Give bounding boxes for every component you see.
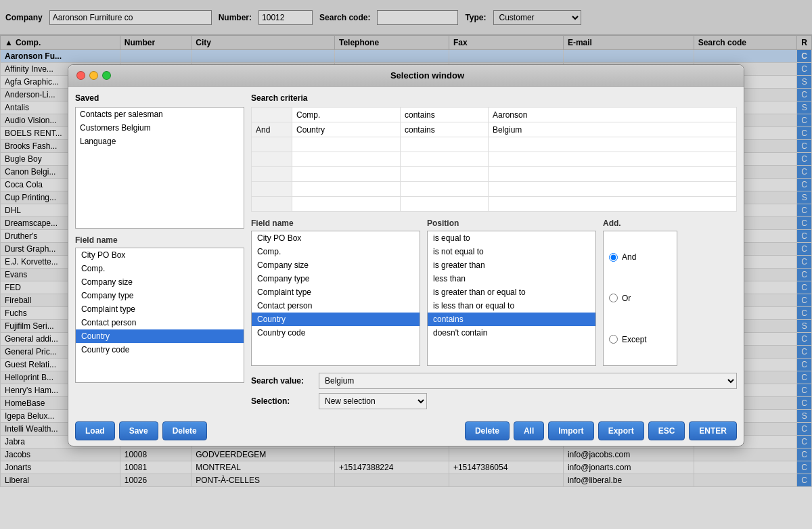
add-label: Add. <box>603 218 677 228</box>
search-value-input: Belgium <box>319 373 737 389</box>
modal-overlay: Selection window Saved Contacts per sale… <box>0 0 812 529</box>
criteria-label: Search criteria <box>251 93 737 103</box>
position-item[interactable]: is less than or equal to <box>428 299 595 313</box>
selection-dropdown: New selection <box>319 393 427 409</box>
criteria-table: Comp.containsAaronsonAndCountrycontainsB… <box>251 107 737 212</box>
field-item[interactable]: Country <box>252 313 420 326</box>
position-item[interactable]: is greater than <box>428 258 595 272</box>
field-item[interactable]: Company type <box>252 272 420 285</box>
delete-button[interactable]: Delete <box>465 421 510 440</box>
field-item[interactable]: Contact person <box>252 299 420 313</box>
saved-item[interactable]: Language <box>76 135 244 148</box>
import-button[interactable]: Import <box>548 421 593 440</box>
add-radio-item[interactable]: Except <box>609 335 671 344</box>
criteria-row[interactable]: AndCountrycontainsBelgium <box>252 122 737 137</box>
window-buttons <box>76 71 111 80</box>
all-button[interactable]: All <box>514 421 544 440</box>
position-item[interactable]: is not equal to <box>428 245 595 258</box>
position-item[interactable]: doesn't contain <box>428 326 595 340</box>
load-button[interactable]: Load <box>75 421 115 440</box>
criteria-row[interactable] <box>252 152 737 167</box>
field-item[interactable]: Contact person <box>76 316 244 329</box>
add-radio-and[interactable] <box>609 253 618 262</box>
modal-bottom: LoadSaveDelete DeleteAllImportExportESCE… <box>68 416 744 446</box>
modal-titlebar: Selection window <box>68 65 744 87</box>
selection-window: Selection window Saved Contacts per sale… <box>68 64 744 446</box>
add-radio-item[interactable]: And <box>609 252 671 262</box>
add-radio-item[interactable]: Or <box>609 294 671 303</box>
field-item[interactable]: Company size <box>76 275 244 289</box>
add-panel: Add. AndOrExcept <box>603 218 677 366</box>
saved-label: Saved <box>75 93 244 103</box>
field-item[interactable]: Country <box>76 329 244 343</box>
position-list[interactable]: is equal tois not equal tois greater tha… <box>427 231 596 366</box>
saved-item[interactable]: Contacts per salesman <box>76 108 244 121</box>
saved-list[interactable]: Contacts per salesmanCustomers BelgiumLa… <box>75 107 244 229</box>
field-item[interactable]: Country code <box>252 326 420 340</box>
field-name-label-2: Field name <box>251 218 420 228</box>
saved-item[interactable]: Customers Belgium <box>76 121 244 135</box>
field-item[interactable]: Comp. <box>252 245 420 258</box>
field-item[interactable]: Comp. <box>76 262 244 275</box>
minimize-button[interactable] <box>89 71 98 80</box>
delete-button[interactable]: Delete <box>162 421 207 440</box>
position-item[interactable]: less than <box>428 272 595 285</box>
criteria-row[interactable] <box>252 137 737 152</box>
field-list-2[interactable]: City PO BoxComp.Company sizeCompany type… <box>251 231 420 366</box>
left-buttons: LoadSaveDelete <box>75 421 207 440</box>
field-item[interactable]: Complaint type <box>76 302 244 316</box>
saved-panel: Saved Contacts per salesmanCustomers Bel… <box>75 93 244 409</box>
field-panel-2: Field name City PO BoxComp.Company sizeC… <box>251 218 420 366</box>
position-item[interactable]: is greater than or equal to <box>428 285 595 299</box>
field-list[interactable]: City PO BoxComp.Company sizeCompany type… <box>75 248 244 383</box>
add-radio-label: And <box>622 252 636 262</box>
search-value-row: Search value: Belgium <box>251 373 737 389</box>
field-panel: Field name City PO BoxComp.Company sizeC… <box>75 235 244 383</box>
field-item[interactable]: Company type <box>76 289 244 302</box>
field-item[interactable]: Complaint type <box>252 285 420 299</box>
add-radio-or[interactable] <box>609 294 618 302</box>
search-value-label: Search value: <box>251 376 312 386</box>
selection-select[interactable]: New selection <box>319 393 427 409</box>
add-radio-group: AndOrExcept <box>603 231 677 366</box>
add-radio-label: Or <box>622 294 631 303</box>
position-label: Position <box>427 218 596 228</box>
field-item[interactable]: City PO Box <box>76 248 244 262</box>
criteria-row[interactable] <box>252 197 737 212</box>
criteria-row[interactable] <box>252 167 737 182</box>
field-item[interactable]: City PO Box <box>252 231 420 245</box>
criteria-panel: Search criteria Comp.containsAaronsonAnd… <box>251 93 737 409</box>
add-radio-except[interactable] <box>609 335 618 344</box>
add-radio-label: Except <box>622 335 647 344</box>
field-name-label: Field name <box>75 235 244 245</box>
export-button[interactable]: Export <box>598 421 644 440</box>
esc-button[interactable]: ESC <box>648 421 685 440</box>
position-item[interactable]: is equal to <box>428 231 595 245</box>
criteria-row[interactable] <box>252 182 737 197</box>
field-item[interactable]: Country code <box>76 343 244 356</box>
right-buttons: DeleteAllImportExportESCENTER <box>465 421 737 440</box>
field-position-row: Field name City PO BoxComp.Company sizeC… <box>75 235 244 383</box>
close-button[interactable] <box>76 71 85 80</box>
enter-button[interactable]: ENTER <box>689 421 737 440</box>
field-item[interactable]: Company size <box>252 258 420 272</box>
criteria-row[interactable]: Comp.containsAaronson <box>252 108 737 122</box>
save-button[interactable]: Save <box>119 421 158 440</box>
position-item[interactable]: contains <box>428 313 595 326</box>
search-value-select[interactable]: Belgium <box>319 373 737 389</box>
selection-label: Selection: <box>251 396 312 406</box>
position-panel: Position is equal tois not equal tois gr… <box>427 218 596 366</box>
maximize-button[interactable] <box>102 71 111 80</box>
selection-row: Selection: New selection <box>251 393 737 409</box>
modal-title: Selection window <box>119 70 736 80</box>
modal-body: Saved Contacts per salesmanCustomers Bel… <box>68 87 744 416</box>
